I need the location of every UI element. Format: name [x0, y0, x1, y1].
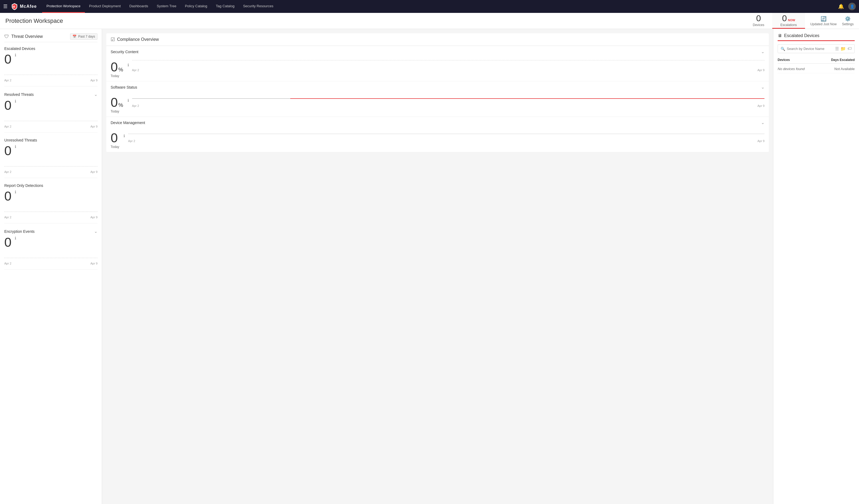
page-title: Protection Workspace	[5, 17, 739, 25]
resolved-threats-row: 0 ℹ	[4, 99, 97, 112]
date-start-3: Apr 2	[4, 170, 11, 173]
report-only-info[interactable]: ℹ	[15, 190, 16, 194]
threat-overview-panel: 🛡 Threat Overview 📅 Past 7 days Escalate…	[0, 29, 102, 504]
no-devices-row: No devices found Not Available	[778, 65, 855, 73]
sc-date-start: Apr 2	[132, 68, 139, 72]
date-end-2: Apr 9	[90, 125, 97, 128]
encryption-events-value: 0	[4, 236, 12, 249]
nav-system-tree[interactable]: System Tree	[152, 0, 181, 13]
metric-unresolved-threats: Unresolved Threats 0 ℹ Apr 2 Apr 9	[4, 138, 97, 178]
encryption-events-title: Encryption Events ⌄	[4, 229, 97, 234]
refresh-icon: 🔄	[820, 16, 827, 22]
unresolved-threats-title: Unresolved Threats	[4, 138, 97, 142]
settings-label: Settings	[842, 22, 854, 26]
resolved-threats-collapse[interactable]: ⌄	[94, 92, 97, 97]
encryption-events-info[interactable]: ℹ	[15, 236, 16, 240]
escalated-devices-panel: 🖥 Escalated Devices 🔍 ☰ 📁 🏷 Devices Days…	[773, 29, 859, 504]
resolved-threats-dates: Apr 2 Apr 9	[4, 125, 97, 128]
devices-col-header: Devices	[778, 58, 828, 62]
date-start-2: Apr 2	[4, 125, 11, 128]
encryption-events-collapse[interactable]: ⌄	[94, 229, 97, 234]
nav-tag-catalog[interactable]: Tag Catalog	[212, 0, 239, 13]
report-only-title: Report Only Detections	[4, 183, 97, 188]
escalated-devices-dates: Apr 2 Apr 9	[4, 79, 97, 82]
nav-product-deployment[interactable]: Product Deployment	[85, 0, 125, 13]
resolved-threats-info[interactable]: ℹ	[15, 99, 16, 103]
user-avatar[interactable]: 👤	[848, 3, 856, 10]
tab-escalations[interactable]: 0 NOW Escalations	[772, 13, 805, 29]
app-logo: M McAfee	[11, 3, 37, 10]
nav-policy-catalog[interactable]: Policy Catalog	[181, 0, 212, 13]
escalated-devices-info[interactable]: ℹ	[15, 53, 16, 57]
nav-dashboards[interactable]: Dashboards	[125, 0, 152, 13]
report-only-dates: Apr 2 Apr 9	[4, 216, 97, 219]
list-view-icon[interactable]: ☰	[835, 46, 839, 51]
device-search-input[interactable]	[787, 47, 833, 51]
device-management-value: 0	[111, 132, 119, 144]
threat-panel-title-area: 🛡 Threat Overview	[4, 34, 43, 40]
percent-symbol-2: %	[118, 102, 123, 108]
compliance-device-management: Device Management ⌄ 0 Today ℹ	[106, 117, 769, 152]
percent-symbol: %	[118, 66, 123, 73]
report-only-value: 0	[4, 190, 12, 203]
date-filter[interactable]: 📅 Past 7 days	[70, 33, 97, 40]
encryption-events-row: 0 ℹ	[4, 236, 97, 249]
nav-protection-workspace[interactable]: Protection Workspace	[42, 0, 85, 13]
escalations-now: NOW	[788, 18, 795, 22]
unresolved-threats-row: 0 ℹ	[4, 144, 97, 157]
compliance-title: Compliance Overview	[117, 37, 159, 42]
unresolved-threats-info[interactable]: ℹ	[15, 144, 16, 149]
security-content-percent-value: 0	[111, 61, 118, 74]
software-status-info[interactable]: ℹ	[127, 98, 129, 103]
sc-date-end: Apr 9	[757, 68, 765, 72]
metric-escalated-devices: Escalated Devices 0 ℹ Apr 2 Apr 9	[4, 46, 97, 87]
device-management-today: Today	[111, 145, 119, 149]
software-status-collapse[interactable]: ⌄	[761, 85, 765, 90]
security-content-collapse[interactable]: ⌄	[761, 49, 765, 54]
escalated-devices-header: 🖥 Escalated Devices	[778, 33, 855, 41]
metric-encryption-events: Encryption Events ⌄ 0 ℹ Apr 2 Apr 9	[4, 229, 97, 270]
updated-info[interactable]: 🔄 Updated Just Now	[810, 16, 837, 26]
view-icons: ☰ 📁 🏷	[835, 46, 852, 51]
security-content-header[interactable]: Security Content ⌄	[106, 46, 769, 58]
date-end: Apr 9	[90, 79, 97, 82]
hamburger-menu[interactable]: ☰	[3, 3, 7, 10]
settings-gear-icon: ⚙️	[845, 16, 851, 22]
resolved-threats-chart	[4, 113, 97, 124]
escalated-devices-value: 0	[4, 53, 12, 66]
security-content-percent: 0 %	[111, 61, 123, 74]
device-management-info[interactable]: ℹ	[123, 134, 125, 138]
escalations-label: Escalations	[780, 23, 797, 27]
software-status-header[interactable]: Software Status ⌄	[106, 81, 769, 93]
compliance-container: ☑ Compliance Overview Security Content ⌄…	[106, 33, 769, 152]
settings-button[interactable]: ⚙️ Settings	[842, 16, 854, 26]
date-end-5: Apr 9	[90, 262, 97, 265]
date-end-3: Apr 9	[90, 170, 97, 173]
software-status-percent-value: 0	[111, 96, 118, 109]
folder-view-icon[interactable]: 📁	[841, 46, 846, 51]
encryption-events-dates: Apr 2 Apr 9	[4, 262, 97, 265]
not-available-text: Not Available	[828, 67, 855, 71]
tab-devices[interactable]: 0 Devices	[745, 13, 772, 29]
device-management-collapse[interactable]: ⌄	[761, 120, 765, 125]
escalations-count: 0	[782, 14, 787, 22]
security-content-info[interactable]: ℹ	[127, 63, 129, 67]
page-header: Protection Workspace 0 Devices 0 NOW Esc…	[0, 13, 859, 29]
device-search-bar[interactable]: 🔍 ☰ 📁 🏷	[778, 44, 855, 53]
date-end-4: Apr 9	[90, 216, 97, 219]
notifications-bell[interactable]: 🔔	[838, 3, 844, 10]
date-start: Apr 2	[4, 79, 11, 82]
main-content: 🛡 Threat Overview 📅 Past 7 days Escalate…	[0, 29, 859, 504]
updated-label: Updated Just Now	[810, 22, 837, 26]
device-management-header[interactable]: Device Management ⌄	[106, 117, 769, 128]
tag-view-icon[interactable]: 🏷	[847, 46, 852, 51]
top-navigation: ☰ M McAfee Protection Workspace Product …	[0, 0, 859, 13]
metric-report-only: Report Only Detections 0 ℹ Apr 2 Apr 9	[4, 183, 97, 224]
unresolved-threats-chart	[4, 158, 97, 169]
chart-dashed-line-4	[4, 212, 97, 212]
date-start-4: Apr 2	[4, 216, 11, 219]
nav-security-resources[interactable]: Security Resources	[239, 0, 278, 13]
mcafee-logo-icon: M	[11, 3, 18, 10]
escalated-devices-chart	[4, 67, 97, 78]
software-status-body: 0 % Today ℹ Apr 2 Apr 9	[106, 93, 769, 117]
